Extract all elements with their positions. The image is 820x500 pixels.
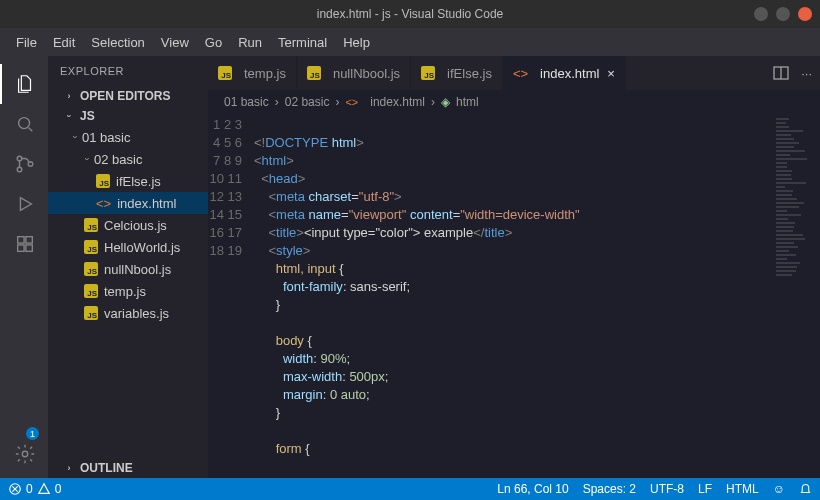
file-nullnbool[interactable]: JSnullNbool.js: [48, 258, 208, 280]
svg-rect-5: [26, 237, 32, 243]
js-icon: JS: [96, 174, 110, 188]
indentation[interactable]: Spaces: 2: [583, 482, 636, 496]
more-icon[interactable]: ···: [801, 66, 812, 81]
close-button[interactable]: [798, 7, 812, 21]
tab-bar: JStemp.js JSnullNbool.js JSifElse.js <>i…: [208, 56, 820, 90]
line-numbers: 1 2 3 4 5 6 7 8 9 10 11 12 13 14 15 16 1…: [208, 114, 254, 478]
feedback-icon[interactable]: ☺: [773, 482, 785, 496]
js-icon: JS: [218, 66, 232, 80]
html-icon: <>: [96, 196, 111, 211]
workspace-section[interactable]: ›JS: [48, 106, 208, 126]
file-helloworld[interactable]: JSHelloWorld.js: [48, 236, 208, 258]
eol[interactable]: LF: [698, 482, 712, 496]
file-celcious[interactable]: JSCelcious.js: [48, 214, 208, 236]
menu-selection[interactable]: Selection: [83, 31, 152, 54]
file-variables[interactable]: JSvariables.js: [48, 302, 208, 324]
menu-file[interactable]: File: [8, 31, 45, 54]
settings-icon[interactable]: [0, 434, 48, 474]
outline-section[interactable]: ›OUTLINE: [48, 458, 208, 478]
source-control-icon[interactable]: [0, 144, 48, 184]
encoding[interactable]: UTF-8: [650, 482, 684, 496]
folder-01-basic[interactable]: ›01 basic: [48, 126, 208, 148]
window-controls: [754, 7, 812, 21]
minimap[interactable]: [772, 114, 820, 478]
editor-group: JStemp.js JSnullNbool.js JSifElse.js <>i…: [208, 56, 820, 478]
js-icon: JS: [84, 284, 98, 298]
problems-indicator[interactable]: 0 0: [8, 482, 61, 496]
file-temp[interactable]: JStemp.js: [48, 280, 208, 302]
svg-rect-6: [18, 245, 24, 251]
svg-point-0: [19, 118, 30, 129]
title-bar: index.html - js - Visual Studio Code: [0, 0, 820, 28]
tab-index-html[interactable]: <>index.html×: [503, 56, 626, 90]
extensions-badge: 1: [26, 427, 39, 440]
maximize-button[interactable]: [776, 7, 790, 21]
cursor-position[interactable]: Ln 66, Col 10: [497, 482, 568, 496]
close-tab-icon[interactable]: ×: [607, 66, 615, 81]
menu-run[interactable]: Run: [230, 31, 270, 54]
svg-point-2: [17, 167, 22, 172]
split-editor-icon[interactable]: [773, 65, 789, 81]
window-title: index.html - js - Visual Studio Code: [317, 7, 504, 21]
js-icon: JS: [84, 262, 98, 276]
code-editor[interactable]: 1 2 3 4 5 6 7 8 9 10 11 12 13 14 15 16 1…: [208, 114, 820, 478]
explorer-title: EXPLORER: [48, 56, 208, 86]
menu-bar: File Edit Selection View Go Run Terminal…: [0, 28, 820, 56]
minimize-button[interactable]: [754, 7, 768, 21]
js-icon: JS: [307, 66, 321, 80]
menu-edit[interactable]: Edit: [45, 31, 83, 54]
svg-rect-4: [18, 237, 24, 243]
activity-bar: 1: [0, 56, 48, 478]
menu-help[interactable]: Help: [335, 31, 378, 54]
svg-rect-7: [26, 245, 32, 251]
files-icon[interactable]: [0, 64, 48, 104]
extensions-icon[interactable]: [0, 224, 48, 264]
html-icon: <>: [513, 66, 528, 81]
svg-point-1: [17, 156, 22, 161]
open-editors-section[interactable]: ›OPEN EDITORS: [48, 86, 208, 106]
tab-ifelse[interactable]: JSifElse.js: [411, 56, 503, 90]
svg-point-3: [28, 162, 33, 167]
menu-terminal[interactable]: Terminal: [270, 31, 335, 54]
file-ifelse[interactable]: JSifElse.js: [48, 170, 208, 192]
run-debug-icon[interactable]: [0, 184, 48, 224]
explorer-sidebar: EXPLORER ›OPEN EDITORS ›JS ›01 basic ›02…: [48, 56, 208, 478]
search-icon[interactable]: [0, 104, 48, 144]
folder-02-basic[interactable]: ›02 basic: [48, 148, 208, 170]
tab-temp[interactable]: JStemp.js: [208, 56, 297, 90]
language-mode[interactable]: HTML: [726, 482, 759, 496]
code-content[interactable]: <!DOCTYPE html> <html> <head> <meta char…: [254, 114, 772, 478]
menu-go[interactable]: Go: [197, 31, 230, 54]
notifications-icon[interactable]: [799, 482, 812, 496]
breadcrumb[interactable]: 01 basic› 02 basic› <>index.html› ◈html: [208, 90, 820, 114]
tab-nullnbool[interactable]: JSnullNbool.js: [297, 56, 411, 90]
status-bar: 0 0 Ln 66, Col 10 Spaces: 2 UTF-8 LF HTM…: [0, 478, 820, 500]
menu-view[interactable]: View: [153, 31, 197, 54]
html-icon: <>: [345, 96, 358, 108]
svg-point-8: [22, 451, 28, 457]
js-icon: JS: [421, 66, 435, 80]
js-icon: JS: [84, 218, 98, 232]
js-icon: JS: [84, 306, 98, 320]
js-icon: JS: [84, 240, 98, 254]
file-index-html[interactable]: <>index.html: [48, 192, 208, 214]
